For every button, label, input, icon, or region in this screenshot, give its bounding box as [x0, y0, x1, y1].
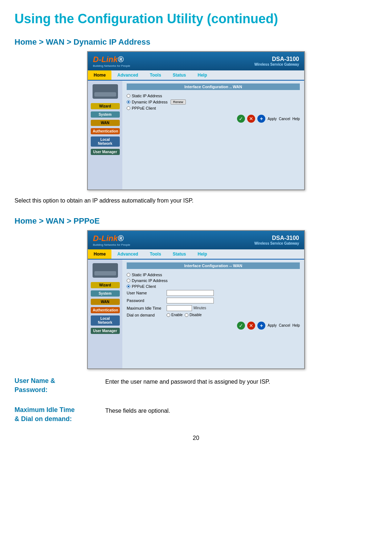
dlink-logo-2: D-Link® Building Networks for People	[93, 234, 130, 246]
apply-label-1: Apply	[268, 117, 277, 121]
dial-demand-label: & Dial on demand:	[15, 415, 94, 424]
radio-static-label-1: Static IP Address	[132, 94, 162, 98]
main-content-2: Interface Configuration -- WAN Static IP…	[122, 260, 304, 368]
sidebar-btn-system-2[interactable]: System	[91, 290, 120, 297]
user-name-label: User Name &	[15, 376, 94, 385]
radio-dynamic-2: Dynamic IP Address	[127, 278, 300, 283]
username-input[interactable]	[167, 290, 214, 296]
radio-pppoe-1: PPPoE Client	[127, 106, 300, 110]
dial-label: Dial on demand	[127, 313, 167, 317]
help-label-2: Help	[292, 323, 300, 327]
sidebar-btn-wizard-1[interactable]: Wizard	[91, 103, 120, 109]
cancel-label-2: Cancel	[279, 323, 290, 327]
sidebar-btn-usermgr-2[interactable]: User Manager	[91, 328, 120, 334]
device-image-1	[93, 84, 118, 99]
dlink-logo-1: D-Link® Building Networks for People	[93, 55, 130, 68]
sidebar-1: Wizard System WAN Authentication Local N…	[88, 81, 122, 189]
product-info-1: DSA-3100 Wireless Service Gateway	[254, 56, 299, 66]
tab-help-2[interactable]: Help	[192, 249, 213, 259]
help-label-1: Help	[292, 117, 300, 121]
sidebar-btn-auth-1[interactable]: Authentication	[91, 128, 120, 134]
main-content-1: Interface Configuration .. WAN Static IP…	[122, 81, 304, 189]
form-row-dial: Dial on demand Enable Disable	[127, 313, 300, 317]
sidebar-btn-localnet-1[interactable]: Local Network	[91, 136, 120, 147]
form-row-username: User Name	[127, 290, 300, 296]
sidebar-btn-wan-2[interactable]: WAN	[91, 299, 120, 305]
max-idle-label: Maximum Idle Time	[15, 405, 94, 415]
section-dynamic-ip: Home > WAN > Dynamic IP Address D-Link® …	[15, 37, 377, 205]
apply-label-2: Apply	[268, 323, 277, 327]
section2-description: Enter the user name and password that is…	[105, 376, 377, 395]
config-title-1: Interface Configuration .. WAN	[127, 83, 300, 90]
radio-dynamic-icon-2[interactable]	[127, 279, 130, 282]
apply-icon-1[interactable]: ✓	[237, 115, 245, 123]
radio-static-label-2: Static IP Address	[132, 273, 162, 277]
help-icon-1[interactable]: +	[257, 115, 265, 123]
tab-advanced-2[interactable]: Advanced	[111, 249, 144, 259]
user-name-label-block: User Name & Password:	[15, 376, 94, 395]
action-row-1: ✓ ✕ + Apply Cancel Help	[127, 115, 300, 123]
sidebar-btn-usermgr-1[interactable]: User Manager	[91, 149, 120, 155]
sidebar-btn-system-1[interactable]: System	[91, 111, 120, 118]
bottom-section: User Name & Password: Maximum Idle Time …	[15, 376, 377, 424]
cancel-label-1: Cancel	[279, 117, 290, 121]
section1-heading: Home > WAN > Dynamic IP Address	[15, 37, 377, 47]
cancel-icon-1[interactable]: ✕	[247, 115, 255, 123]
radio-pppoe-label-1: PPPoE Client	[132, 106, 156, 110]
tab-tools-1[interactable]: Tools	[144, 70, 167, 80]
apply-icon-2[interactable]: ✓	[237, 322, 245, 330]
radio-dynamic-label-1: Dynamic IP Address	[132, 100, 168, 104]
dial-enable-radio[interactable]	[167, 313, 170, 317]
dlink-header-2: D-Link® Building Networks for People DSA…	[88, 231, 304, 249]
sidebar-2: Wizard System WAN Authentication Local N…	[88, 260, 122, 368]
form-row-idle: Maximum Idle Time Minutes	[127, 305, 300, 311]
help-icon-2[interactable]: +	[257, 322, 265, 330]
radio-static-2: Static IP Address	[127, 273, 300, 277]
sidebar-btn-localnet-2[interactable]: Local Network	[91, 315, 120, 326]
dlink-header-1: D-Link® Building Networks for People DSA…	[88, 52, 304, 70]
tab-help-1[interactable]: Help	[192, 70, 213, 80]
section1-description: Select this option to obtain an IP addre…	[15, 196, 377, 205]
nav-tabs-1: Home Advanced Tools Status Help	[88, 70, 304, 81]
radio-dynamic-icon-1[interactable]	[127, 100, 130, 104]
radio-dynamic-label-2: Dynamic IP Address	[132, 278, 168, 283]
router-ui-dynamic: D-Link® Building Networks for People DSA…	[87, 51, 305, 190]
radio-pppoe-icon-2[interactable]	[127, 285, 130, 288]
section-pppoe: Home > WAN > PPPoE D-Link® Building Netw…	[15, 216, 377, 424]
radio-dynamic-1: Dynamic IP Address Renew	[127, 99, 300, 105]
idle-input[interactable]	[167, 305, 192, 311]
radio-static-icon-2[interactable]	[127, 273, 130, 277]
minutes-label: Minutes	[193, 306, 206, 310]
tab-status-1[interactable]: Status	[167, 70, 192, 80]
page-number: 20	[0, 435, 392, 441]
router-body-1: Wizard System WAN Authentication Local N…	[88, 81, 304, 189]
idle-label: Maximum Idle Time	[127, 306, 167, 310]
cancel-icon-2[interactable]: ✕	[247, 322, 255, 330]
tab-tools-2[interactable]: Tools	[144, 249, 167, 259]
max-idle-label-block: Maximum Idle Time & Dial on demand:	[15, 405, 94, 424]
page-title: Using the Configuration Utility (continu…	[0, 0, 392, 34]
product-info-2: DSA-3100 Wireless Service Gateway	[254, 235, 299, 245]
dial-enable-label: Enable	[171, 313, 183, 317]
username-label: User Name	[127, 291, 167, 295]
router-body-2: Wizard System WAN Authentication Local N…	[88, 260, 304, 368]
password-input[interactable]	[167, 298, 214, 303]
tab-home-1[interactable]: Home	[88, 70, 111, 80]
tab-status-2[interactable]: Status	[167, 249, 192, 259]
radio-static-icon-1[interactable]	[127, 94, 130, 98]
tab-advanced-1[interactable]: Advanced	[111, 70, 144, 80]
device-image-2	[93, 263, 118, 278]
sidebar-btn-wizard-2[interactable]: Wizard	[91, 282, 120, 288]
radio-static-1: Static IP Address	[127, 94, 300, 98]
radio-pppoe-icon-1[interactable]	[127, 106, 130, 110]
nav-tabs-2: Home Advanced Tools Status Help	[88, 249, 304, 260]
sidebar-btn-wan-1[interactable]: WAN	[91, 120, 120, 126]
tab-home-2[interactable]: Home	[88, 249, 111, 259]
dial-disable-radio[interactable]	[185, 313, 188, 317]
sidebar-btn-auth-2[interactable]: Authentication	[91, 307, 120, 313]
radio-pppoe-2: PPPoE Client	[127, 284, 300, 289]
radio-pppoe-label-2: PPPoE Client	[132, 284, 156, 289]
renew-button-1[interactable]: Renew	[171, 99, 186, 105]
config-title-2: Interface Configuration -- WAN	[127, 262, 300, 269]
section2-heading: Home > WAN > PPPoE	[15, 216, 377, 226]
